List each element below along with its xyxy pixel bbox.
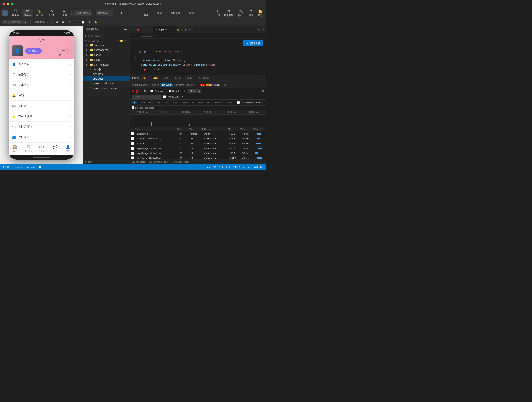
network-tab-mock[interactable]: Mock bbox=[186, 83, 192, 86]
table-row[interactable]: page?page=1&limit=10... 200 xhr VM9 asde… bbox=[130, 146, 266, 151]
network-tab-sources[interactable]: Sources bbox=[150, 83, 159, 86]
type-tab-js[interactable]: JS bbox=[156, 101, 162, 105]
folder-common[interactable]: ▶ 📁 common bbox=[83, 43, 130, 47]
type-tab-font[interactable]: Font bbox=[189, 101, 197, 105]
touch-btn[interactable]: ✋ bbox=[93, 20, 99, 24]
code-editor[interactable]: 1 @import './common/main.wxss' ; 2 bbox=[130, 48, 266, 75]
th-waterfall[interactable]: Waterfall bbox=[252, 128, 266, 131]
network-tab-appdata[interactable]: AppData bbox=[175, 83, 184, 86]
new-file-btn[interactable]: + bbox=[118, 39, 119, 42]
phone-nav-item[interactable]: 👤 我的 bbox=[61, 145, 75, 153]
devtools-undock-btn[interactable]: ⊡ bbox=[232, 83, 234, 86]
record-btn[interactable] bbox=[132, 90, 134, 92]
type-tab-all[interactable]: All bbox=[132, 101, 137, 104]
row-checkbox[interactable] bbox=[131, 147, 134, 150]
hide-urls-check[interactable]: Hide data URLs bbox=[163, 96, 183, 98]
tab-close-btn[interactable]: × bbox=[170, 28, 172, 31]
type-tab-ws[interactable]: WS bbox=[206, 101, 213, 105]
remote-debug-btn[interactable]: 真机调试 bbox=[169, 11, 182, 16]
layout-btn[interactable]: ⊞ bbox=[87, 20, 92, 24]
row-checkbox[interactable] bbox=[131, 142, 134, 145]
network-tab-more[interactable]: >> bbox=[193, 83, 196, 86]
th-name[interactable]: Name ▲ bbox=[133, 128, 176, 131]
version-btn[interactable]: ⚙ 版本管理 bbox=[222, 8, 235, 18]
phone-record-icon[interactable]: ⊙ bbox=[67, 49, 71, 53]
debugger-btn[interactable]: 🐛 调试器 bbox=[34, 9, 45, 18]
devtools-collapse-btn[interactable]: ∧ bbox=[258, 77, 260, 80]
page-btn[interactable]: 📄 bbox=[80, 20, 86, 24]
th-type[interactable]: Type bbox=[189, 128, 201, 131]
phone-more-icon[interactable]: ••• bbox=[62, 49, 65, 53]
refresh-btn[interactable]: ↺ bbox=[116, 10, 126, 16]
network-tab-console[interactable]: Console bbox=[139, 83, 149, 86]
type-tab-img[interactable]: Img bbox=[171, 101, 178, 105]
close-button[interactable] bbox=[3, 3, 5, 5]
tab-appjson[interactable]: {} app.json × bbox=[175, 26, 196, 33]
collapse-btn[interactable]: ≡ bbox=[127, 39, 128, 42]
phone-menu-item[interactable]: 📖 古诗词 › bbox=[8, 101, 75, 111]
file-appjs[interactable]: JS app.js bbox=[83, 67, 130, 72]
devtools-tab-terminal[interactable]: 终端 bbox=[185, 76, 194, 81]
forward-nav-btn[interactable]: → bbox=[147, 28, 153, 31]
devtools-tab-quality[interactable]: 代码质量 bbox=[197, 76, 211, 81]
throttle-select[interactable]: Online bbox=[188, 89, 201, 93]
menu-icon-btn[interactable]: ≡ bbox=[130, 28, 135, 31]
compile-center-btn[interactable]: ↑ 编译 bbox=[141, 9, 151, 18]
compile-dropdown[interactable]: 普通编辑 ▼ bbox=[96, 10, 113, 16]
preview-btn[interactable]: 预览 bbox=[155, 11, 164, 16]
table-row[interactable]: session 200 xhr VM9 asdeb... 904 B 48 ms bbox=[130, 141, 266, 146]
type-tab-cloud[interactable]: Cloud bbox=[137, 101, 147, 105]
phone-menu-item[interactable]: 👤 修改密码 › bbox=[8, 59, 75, 70]
phone-nav-item[interactable]: 📋 公告信息 bbox=[22, 145, 35, 153]
has-blocked-cookies-check[interactable]: Has blocked cookies bbox=[237, 101, 262, 104]
visible-btn[interactable]: 👁 可视化 bbox=[46, 9, 57, 18]
hotreload-btn[interactable]: 热重载 开 ▼ bbox=[33, 19, 50, 25]
devtools-tab-output[interactable]: 输出 bbox=[173, 76, 182, 81]
upload-throttle-btn[interactable]: ↑ bbox=[203, 89, 204, 93]
folder-static[interactable]: ▶ 📁 static bbox=[83, 57, 130, 62]
phone-settings-btn[interactable]: ⚙ bbox=[59, 53, 62, 57]
split-editor-btn[interactable]: ⊡ bbox=[258, 28, 260, 31]
file-icon-small[interactable]: 📄 bbox=[39, 166, 42, 168]
type-tab-manifest[interactable]: Manifest bbox=[213, 101, 225, 105]
filter-input[interactable] bbox=[132, 95, 161, 99]
folder-uni-modules[interactable]: ▶ 📁 uni_modules bbox=[83, 62, 130, 67]
row-checkbox[interactable] bbox=[131, 152, 134, 155]
disable-cache-check[interactable]: Disable cache bbox=[169, 90, 187, 92]
file-project-private[interactable]: {} project.private.config... bbox=[83, 86, 130, 90]
bookmark-btn[interactable]: 🔖 bbox=[135, 28, 141, 31]
type-tab-doc[interactable]: Doc bbox=[197, 101, 205, 105]
phone-nav-item[interactable]: 🏠 首页 bbox=[8, 145, 22, 153]
filter-icon[interactable]: ▽ bbox=[140, 90, 142, 93]
stop-btn[interactable]: ⏹ bbox=[61, 20, 66, 24]
phone-menu-item[interactable]: 👥 论坛信息 › bbox=[8, 132, 75, 142]
detail-btn[interactable]: ≡ 详情 bbox=[247, 8, 255, 18]
row-checkbox[interactable] bbox=[131, 137, 134, 140]
phone-icon-btn[interactable]: 📱 bbox=[73, 20, 79, 24]
type-tab-other[interactable]: Other bbox=[226, 101, 235, 105]
clear-cache-btn[interactable]: 清缓存 bbox=[186, 11, 198, 16]
file-sidebar-more[interactable]: ••• bbox=[124, 28, 127, 31]
file-project-config[interactable]: {} project.config.json bbox=[83, 81, 130, 86]
phone-nav-item[interactable]: 💬 论坛 bbox=[48, 145, 61, 153]
phone-menu-item[interactable]: 💬 古诗词评论 › bbox=[8, 121, 75, 132]
network-settings-btn[interactable]: ⚙ bbox=[262, 89, 264, 93]
cloud-btn[interactable]: ☁ 云开发 bbox=[58, 9, 70, 18]
th-status[interactable]: Status bbox=[176, 128, 189, 131]
folder-components[interactable]: ▶ 📁 components bbox=[83, 47, 130, 52]
mode-dropdown[interactable]: 小程序模式 ▼ bbox=[73, 10, 92, 16]
table-row[interactable]: page?page=1&limit=10... 200 xhr VM9 asde… bbox=[130, 151, 266, 156]
table-row[interactable]: list?page=2&limit=10&y... 200 xhr VM9 as… bbox=[130, 136, 266, 141]
folder-pages[interactable]: ▶ 📁 pages bbox=[83, 52, 130, 57]
phone-menu-item[interactable]: 🔔 通知 › bbox=[8, 90, 75, 101]
devtools-more-btn[interactable]: ⋮ bbox=[228, 83, 230, 86]
editor-btn[interactable]: </> 编辑器 bbox=[22, 9, 33, 18]
maximize-button[interactable] bbox=[11, 3, 14, 5]
th-time[interactable]: Time bbox=[240, 128, 252, 131]
blocked-requests-check[interactable] bbox=[132, 106, 134, 109]
network-tab-wxml[interactable]: Wxml bbox=[132, 83, 138, 86]
search-btn[interactable]: 🔍 bbox=[143, 89, 147, 93]
avatar[interactable]: 👤 bbox=[2, 10, 8, 16]
phone-menu-item[interactable]: 📋 公告信息 › bbox=[8, 70, 75, 80]
type-tab-xhr[interactable]: XHR bbox=[147, 101, 155, 105]
